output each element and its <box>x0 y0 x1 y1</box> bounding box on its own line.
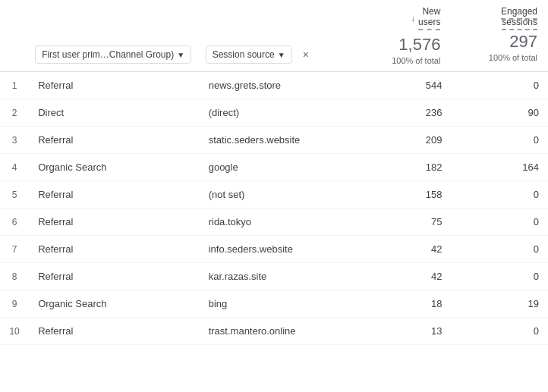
filter1-label: First user prim…Channel Group) <box>42 49 174 60</box>
row-number: 3 <box>0 127 29 154</box>
row-number: 2 <box>0 99 29 127</box>
channel-group: Referral <box>29 181 200 209</box>
row-number: 6 <box>0 209 29 236</box>
channel-group: Referral <box>29 263 200 290</box>
table-row: 9 Organic Search bing 18 19 <box>0 290 548 318</box>
session-source: (direct) <box>200 99 362 127</box>
row-number: 8 <box>0 263 29 290</box>
channel-group: Referral <box>29 236 200 263</box>
table-row: 2 Direct (direct) 236 90 <box>0 99 548 127</box>
table-row: 10 Referral trast.mantero.online 13 0 <box>0 318 548 345</box>
engaged-sessions-label[interactable]: Engagedsessions <box>501 6 537 30</box>
new-users-value: 236 <box>362 99 451 127</box>
new-users-total: 1,576 <box>398 35 440 55</box>
new-users-pct: 100% of total <box>392 56 440 65</box>
filter2-label: Session source <box>213 49 275 60</box>
engaged-sessions-value: 0 <box>451 181 548 209</box>
table-row: 5 Referral (not set) 158 0 <box>0 181 548 209</box>
session-source: trast.mantero.online <box>200 318 362 345</box>
row-number: 4 <box>0 154 29 181</box>
engaged-sessions-value: 19 <box>451 290 548 318</box>
filter1-arrow: ▼ <box>177 51 184 59</box>
channel-group: Direct <box>29 99 200 127</box>
row-number: 7 <box>0 236 29 263</box>
channel-group: Organic Search <box>29 290 200 318</box>
row-number: 5 <box>0 181 29 209</box>
table-row: 1 Referral news.grets.store 544 0 <box>0 72 548 99</box>
session-source: info.seders.website <box>200 236 362 263</box>
row-number: 1 <box>0 72 29 99</box>
session-source: (not set) <box>200 181 362 209</box>
filter2-arrow: ▼ <box>278 51 285 59</box>
new-users-value: 42 <box>362 263 451 290</box>
session-source: bing <box>200 290 362 318</box>
sort-down-icon: ↓ <box>411 14 416 23</box>
channel-group: Referral <box>29 72 200 99</box>
row-number: 9 <box>0 290 29 318</box>
filter2-chip[interactable]: Session source ▼ <box>206 45 292 64</box>
filter-close-button[interactable]: × <box>303 49 309 61</box>
session-source: news.grets.store <box>200 72 362 99</box>
session-source: static.seders.website <box>200 127 362 154</box>
channel-group: Referral <box>29 127 200 154</box>
new-users-value: 544 <box>362 72 451 99</box>
table-row: 4 Organic Search google 182 164 <box>0 154 548 181</box>
engaged-sessions-value: 90 <box>451 99 548 127</box>
engaged-sessions-value: 0 <box>451 127 548 154</box>
engaged-sessions-header[interactable]: Engagedsessions 297 100% of total <box>451 0 548 72</box>
header-row: First user prim…Channel Group) ▼ Session… <box>0 0 548 72</box>
new-users-value: 209 <box>362 127 451 154</box>
channel-group: Referral <box>29 209 200 236</box>
new-users-label[interactable]: Newusers <box>418 6 440 30</box>
session-source: rida.tokyo <box>200 209 362 236</box>
engaged-sessions-pct: 100% of total <box>489 53 537 62</box>
engaged-sessions-value: 0 <box>451 72 548 99</box>
engaged-sessions-value: 0 <box>451 263 548 290</box>
table-row: 6 Referral rida.tokyo 75 0 <box>0 209 548 236</box>
engaged-sessions-value: 0 <box>451 236 548 263</box>
filter1-chip[interactable]: First user prim…Channel Group) ▼ <box>35 45 191 64</box>
new-users-value: 18 <box>362 290 451 318</box>
new-users-value: 75 <box>362 209 451 236</box>
row-num-header <box>0 0 29 72</box>
engaged-sessions-value: 164 <box>451 154 548 181</box>
channel-group: Organic Search <box>29 154 200 181</box>
session-source: google <box>200 154 362 181</box>
engaged-sessions-value: 0 <box>451 209 548 236</box>
session-source: kar.razas.site <box>200 263 362 290</box>
new-users-header[interactable]: ↓ Newusers 1,576 100% of total <box>362 0 451 72</box>
filter2-header: Session source ▼ × <box>200 0 362 72</box>
row-number: 10 <box>0 318 29 345</box>
channel-group: Referral <box>29 318 200 345</box>
filter1-header: First user prim…Channel Group) ▼ <box>29 0 200 72</box>
engaged-sessions-total: 297 <box>509 32 537 52</box>
new-users-value: 158 <box>362 181 451 209</box>
new-users-value: 13 <box>362 318 451 345</box>
table-row: 8 Referral kar.razas.site 42 0 <box>0 263 548 290</box>
new-users-value: 42 <box>362 236 451 263</box>
table-row: 7 Referral info.seders.website 42 0 <box>0 236 548 263</box>
engaged-sessions-value: 0 <box>451 318 548 345</box>
new-users-value: 182 <box>362 154 451 181</box>
table-row: 3 Referral static.seders.website 209 0 <box>0 127 548 154</box>
